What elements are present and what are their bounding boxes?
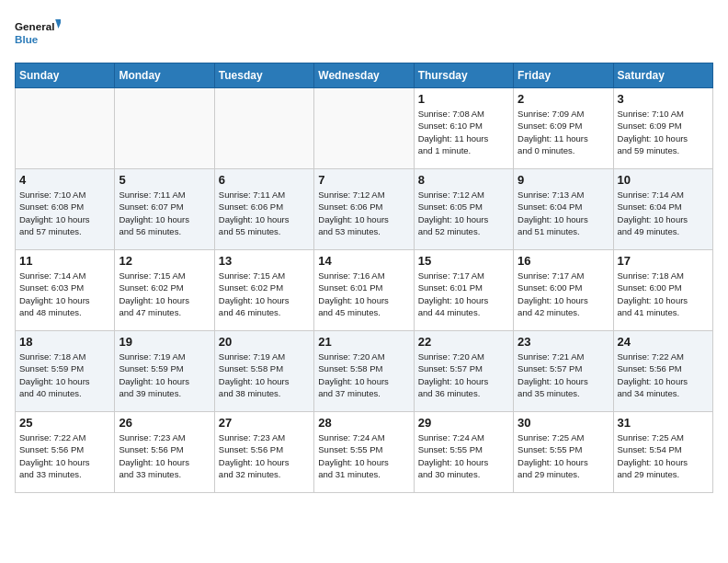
day-number: 3	[618, 92, 709, 106]
day-info: Sunrise: 7:24 AM Sunset: 5:55 PM Dayligh…	[418, 431, 509, 480]
day-number: 10	[618, 173, 709, 187]
calendar-cell: 18Sunrise: 7:18 AM Sunset: 5:59 PM Dayli…	[16, 331, 115, 412]
calendar-cell: 26Sunrise: 7:23 AM Sunset: 5:56 PM Dayli…	[115, 412, 214, 493]
calendar-cell: 23Sunrise: 7:21 AM Sunset: 5:57 PM Dayli…	[514, 331, 613, 412]
day-info: Sunrise: 7:20 AM Sunset: 5:58 PM Dayligh…	[318, 350, 409, 399]
calendar-table: SundayMondayTuesdayWednesdayThursdayFrid…	[15, 63, 713, 493]
day-number: 5	[119, 173, 210, 187]
day-info: Sunrise: 7:19 AM Sunset: 5:59 PM Dayligh…	[119, 350, 210, 399]
day-number: 2	[518, 92, 609, 106]
calendar-cell: 25Sunrise: 7:22 AM Sunset: 5:56 PM Dayli…	[16, 412, 115, 493]
calendar-cell: 24Sunrise: 7:22 AM Sunset: 5:56 PM Dayli…	[613, 331, 712, 412]
svg-text:General: General	[15, 21, 54, 33]
calendar-cell: 17Sunrise: 7:18 AM Sunset: 6:00 PM Dayli…	[613, 250, 712, 331]
day-info: Sunrise: 7:24 AM Sunset: 5:55 PM Dayligh…	[318, 431, 409, 480]
day-number: 23	[518, 335, 609, 349]
header-saturday: Saturday	[613, 63, 712, 88]
day-info: Sunrise: 7:20 AM Sunset: 5:57 PM Dayligh…	[418, 350, 509, 399]
day-info: Sunrise: 7:11 AM Sunset: 6:07 PM Dayligh…	[119, 189, 210, 237]
day-info: Sunrise: 7:18 AM Sunset: 6:00 PM Dayligh…	[618, 270, 709, 318]
day-number: 6	[219, 173, 310, 187]
svg-text:Blue: Blue	[15, 33, 39, 45]
calendar-cell: 5Sunrise: 7:11 AM Sunset: 6:07 PM Daylig…	[115, 169, 214, 250]
calendar-cell: 15Sunrise: 7:17 AM Sunset: 6:01 PM Dayli…	[414, 250, 513, 331]
day-number: 1	[418, 92, 509, 106]
day-info: Sunrise: 7:16 AM Sunset: 6:01 PM Dayligh…	[318, 270, 409, 318]
day-number: 7	[318, 173, 409, 187]
day-info: Sunrise: 7:13 AM Sunset: 6:04 PM Dayligh…	[518, 189, 609, 237]
day-info: Sunrise: 7:11 AM Sunset: 6:06 PM Dayligh…	[219, 189, 310, 237]
day-number: 19	[119, 335, 210, 349]
svg-marker-2	[55, 19, 61, 29]
day-info: Sunrise: 7:17 AM Sunset: 6:01 PM Dayligh…	[418, 270, 509, 318]
day-info: Sunrise: 7:22 AM Sunset: 5:56 PM Dayligh…	[19, 431, 110, 480]
day-number: 27	[219, 416, 310, 430]
day-number: 18	[19, 335, 110, 349]
day-number: 20	[219, 335, 310, 349]
day-number: 25	[19, 416, 110, 430]
calendar-cell: 27Sunrise: 7:23 AM Sunset: 5:56 PM Dayli…	[214, 412, 313, 493]
day-number: 4	[19, 173, 110, 187]
day-number: 30	[518, 416, 609, 430]
day-info: Sunrise: 7:23 AM Sunset: 5:56 PM Dayligh…	[219, 431, 310, 480]
calendar-cell: 1Sunrise: 7:08 AM Sunset: 6:10 PM Daylig…	[414, 88, 513, 169]
day-number: 12	[119, 254, 210, 268]
calendar-cell: 2Sunrise: 7:09 AM Sunset: 6:09 PM Daylig…	[514, 88, 613, 169]
calendar-header-row: SundayMondayTuesdayWednesdayThursdayFrid…	[16, 63, 713, 88]
day-info: Sunrise: 7:15 AM Sunset: 6:02 PM Dayligh…	[119, 270, 210, 318]
calendar-cell	[214, 88, 313, 169]
day-number: 24	[618, 335, 709, 349]
day-info: Sunrise: 7:14 AM Sunset: 6:04 PM Dayligh…	[618, 189, 709, 237]
day-number: 28	[318, 416, 409, 430]
day-info: Sunrise: 7:19 AM Sunset: 5:58 PM Dayligh…	[219, 350, 310, 399]
day-info: Sunrise: 7:23 AM Sunset: 5:56 PM Dayligh…	[119, 431, 210, 480]
day-number: 16	[518, 254, 609, 268]
day-number: 14	[318, 254, 409, 268]
day-number: 22	[418, 335, 509, 349]
calendar-cell: 29Sunrise: 7:24 AM Sunset: 5:55 PM Dayli…	[414, 412, 513, 493]
header-sunday: Sunday	[16, 63, 115, 88]
day-info: Sunrise: 7:10 AM Sunset: 6:09 PM Dayligh…	[618, 108, 709, 156]
calendar-week-2: 4Sunrise: 7:10 AM Sunset: 6:08 PM Daylig…	[16, 169, 713, 250]
calendar-cell: 31Sunrise: 7:25 AM Sunset: 5:54 PM Dayli…	[613, 412, 712, 493]
calendar-cell: 9Sunrise: 7:13 AM Sunset: 6:04 PM Daylig…	[514, 169, 613, 250]
day-info: Sunrise: 7:22 AM Sunset: 5:56 PM Dayligh…	[618, 350, 709, 399]
calendar-cell: 6Sunrise: 7:11 AM Sunset: 6:06 PM Daylig…	[214, 169, 313, 250]
day-info: Sunrise: 7:25 AM Sunset: 5:54 PM Dayligh…	[618, 431, 709, 480]
day-info: Sunrise: 7:21 AM Sunset: 5:57 PM Dayligh…	[518, 350, 609, 399]
day-number: 29	[418, 416, 509, 430]
day-info: Sunrise: 7:18 AM Sunset: 5:59 PM Dayligh…	[19, 350, 110, 399]
calendar-cell: 28Sunrise: 7:24 AM Sunset: 5:55 PM Dayli…	[314, 412, 414, 493]
calendar-cell	[16, 88, 115, 169]
header-wednesday: Wednesday	[314, 63, 414, 88]
calendar-week-3: 11Sunrise: 7:14 AM Sunset: 6:03 PM Dayli…	[16, 250, 713, 331]
calendar-cell: 12Sunrise: 7:15 AM Sunset: 6:02 PM Dayli…	[115, 250, 214, 331]
day-info: Sunrise: 7:17 AM Sunset: 6:00 PM Dayligh…	[518, 270, 609, 318]
page-header: General Blue	[15, 15, 713, 52]
header-thursday: Thursday	[414, 63, 513, 88]
day-number: 9	[518, 173, 609, 187]
calendar-cell: 21Sunrise: 7:20 AM Sunset: 5:58 PM Dayli…	[314, 331, 414, 412]
day-info: Sunrise: 7:08 AM Sunset: 6:10 PM Dayligh…	[418, 108, 509, 156]
calendar-week-5: 25Sunrise: 7:22 AM Sunset: 5:56 PM Dayli…	[16, 412, 713, 493]
calendar-cell: 22Sunrise: 7:20 AM Sunset: 5:57 PM Dayli…	[414, 331, 513, 412]
calendar-week-1: 1Sunrise: 7:08 AM Sunset: 6:10 PM Daylig…	[16, 88, 713, 169]
day-info: Sunrise: 7:12 AM Sunset: 6:05 PM Dayligh…	[418, 189, 509, 237]
header-friday: Friday	[514, 63, 613, 88]
day-number: 8	[418, 173, 509, 187]
calendar-cell: 16Sunrise: 7:17 AM Sunset: 6:00 PM Dayli…	[514, 250, 613, 331]
day-number: 15	[418, 254, 509, 268]
day-info: Sunrise: 7:09 AM Sunset: 6:09 PM Dayligh…	[518, 108, 609, 156]
day-info: Sunrise: 7:25 AM Sunset: 5:55 PM Dayligh…	[518, 431, 609, 480]
calendar-cell: 11Sunrise: 7:14 AM Sunset: 6:03 PM Dayli…	[16, 250, 115, 331]
calendar-cell: 14Sunrise: 7:16 AM Sunset: 6:01 PM Dayli…	[314, 250, 414, 331]
day-number: 13	[219, 254, 310, 268]
day-info: Sunrise: 7:10 AM Sunset: 6:08 PM Dayligh…	[19, 189, 110, 237]
calendar-cell	[314, 88, 414, 169]
calendar-cell: 19Sunrise: 7:19 AM Sunset: 5:59 PM Dayli…	[115, 331, 214, 412]
day-info: Sunrise: 7:14 AM Sunset: 6:03 PM Dayligh…	[19, 270, 110, 318]
logo-svg: General Blue	[15, 15, 61, 52]
day-number: 17	[618, 254, 709, 268]
calendar-cell: 10Sunrise: 7:14 AM Sunset: 6:04 PM Dayli…	[613, 169, 712, 250]
day-info: Sunrise: 7:15 AM Sunset: 6:02 PM Dayligh…	[219, 270, 310, 318]
